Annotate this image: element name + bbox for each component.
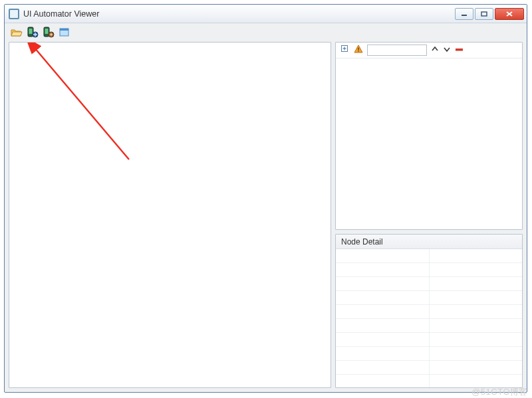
device-screenshot-compressed-button[interactable] (42, 26, 55, 39)
chevron-down-icon (443, 45, 451, 53)
table-row (336, 277, 429, 291)
open-button[interactable] (10, 26, 23, 39)
node-detail-title: Node Detail (336, 235, 522, 249)
table-row (430, 277, 522, 291)
table-row (336, 249, 429, 263)
watermark: @51CTO博客 (471, 386, 528, 398)
search-input[interactable] (367, 45, 427, 56)
svg-rect-8 (45, 29, 49, 34)
svg-rect-5 (29, 29, 33, 34)
table-row (336, 305, 429, 319)
table-row (336, 263, 429, 277)
toolbar (5, 23, 527, 42)
expand-all-icon (340, 45, 350, 54)
screenshot-panel[interactable] (9, 42, 331, 388)
chevron-up-icon (431, 45, 439, 53)
table-row (336, 291, 429, 305)
minimize-icon (461, 11, 467, 17)
hierarchy-panel (335, 42, 523, 230)
table-row (336, 333, 429, 347)
folder-open-icon (11, 27, 23, 38)
search-next-button[interactable] (443, 45, 451, 55)
clear-button[interactable] (58, 26, 71, 39)
svg-rect-18 (456, 49, 463, 51)
svg-rect-16 (358, 48, 358, 50)
node-detail-table[interactable] (336, 249, 522, 387)
table-row (430, 291, 522, 305)
device-screenshot-button[interactable] (26, 26, 39, 39)
table-row (430, 305, 522, 319)
minus-icon (455, 47, 464, 53)
table-row (430, 263, 522, 277)
window: UI Automator Viewer (4, 4, 527, 393)
toggle-naf-button[interactable] (354, 45, 363, 56)
svg-line-12 (35, 48, 129, 159)
svg-rect-0 (462, 15, 467, 16)
node-detail-val-col (429, 249, 522, 387)
client-area: Node Detail (9, 42, 523, 388)
titlebar: UI Automator Viewer (5, 5, 527, 23)
table-row (430, 249, 522, 263)
window-title: UI Automator Viewer (23, 9, 99, 19)
table-row (336, 347, 429, 361)
svg-rect-1 (481, 12, 487, 16)
table-row (430, 361, 522, 375)
node-detail-key-col (336, 249, 429, 387)
app-icon (9, 9, 19, 19)
device-screenshot-compressed-icon (43, 27, 55, 39)
close-icon (505, 11, 513, 17)
table-row (336, 319, 429, 333)
maximize-button[interactable] (475, 8, 493, 20)
node-detail-panel: Node Detail (335, 234, 523, 388)
close-button[interactable] (495, 8, 524, 20)
table-row (430, 333, 522, 347)
annotation-arrow (9, 43, 329, 388)
right-column: Node Detail (335, 42, 523, 388)
minimize-button[interactable] (455, 8, 473, 20)
maximize-icon (481, 11, 487, 17)
table-row (430, 319, 522, 333)
delete-button[interactable] (455, 46, 464, 55)
hierarchy-toolbar (336, 43, 522, 58)
svg-rect-17 (358, 50, 358, 51)
device-screenshot-icon (27, 27, 39, 39)
search-prev-button[interactable] (431, 45, 439, 55)
warning-icon (354, 45, 363, 54)
hierarchy-tree[interactable] (336, 58, 522, 229)
table-row (336, 361, 429, 375)
expand-all-button[interactable] (340, 45, 350, 56)
document-icon (59, 28, 70, 37)
svg-rect-11 (60, 29, 68, 31)
window-buttons (455, 8, 524, 20)
table-row (430, 347, 522, 361)
